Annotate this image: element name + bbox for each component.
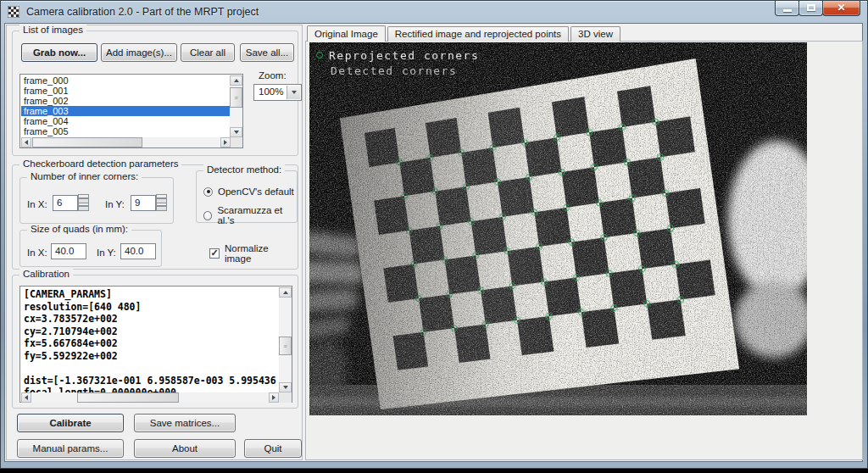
legend-label: Reprojected corners (329, 49, 479, 62)
chevron-down-icon (292, 91, 297, 94)
scroll-right-icon (224, 140, 227, 145)
scroll-up-icon (234, 79, 239, 82)
zoom-label: Zoom: (259, 70, 287, 81)
list-item[interactable]: frame_005 (21, 126, 230, 136)
tab-3d-view[interactable]: 3D view (570, 26, 620, 42)
list-item[interactable]: frame_004 (21, 116, 230, 126)
green-ring-icon (316, 52, 323, 58)
vscroll-thumb[interactable]: ≡ (230, 87, 242, 108)
zoom-combobox[interactable]: 100% (253, 84, 302, 101)
in-y-label: In Y: (105, 199, 125, 209)
radio-icon (203, 211, 212, 220)
list-item[interactable]: frame_002 (21, 96, 230, 106)
combo-dropdown-button[interactable] (287, 86, 300, 99)
scroll-left-icon (25, 395, 28, 400)
corners-y-input[interactable]: 9 (131, 195, 156, 211)
calibration-vscrollbar[interactable]: ≡ (279, 287, 292, 392)
radio-opencv-default[interactable]: OpenCV's default (203, 186, 294, 197)
hscroll-thumb[interactable] (32, 137, 142, 147)
spin-up-icon (79, 198, 88, 199)
spin-down-button[interactable] (78, 203, 89, 212)
save-all-button[interactable]: Save all... (240, 43, 294, 62)
manual-params-button[interactable]: Manual params... (17, 439, 124, 458)
scroll-down-icon (234, 131, 239, 134)
about-button[interactable]: About (134, 439, 236, 458)
spin-down-button[interactable] (156, 203, 167, 212)
maximize-button[interactable] (798, 1, 823, 16)
radio-icon (203, 187, 213, 197)
add-images-button[interactable]: Add image(s)... (101, 43, 177, 62)
group-inner-corners: Number of inner corners: In X: 6 In Y: 9 (19, 177, 174, 224)
right-hand-highlight (735, 281, 807, 358)
in-x-label: In X: (27, 248, 47, 258)
list-item[interactable]: frame_000 (21, 75, 230, 86)
radio-label: Scaramuzza et al.'s (217, 205, 297, 225)
calibration-output[interactable]: [CAMERA_PARAMS] resolution=[640 480] cx=… (19, 286, 292, 403)
tab-label: 3D view (578, 29, 613, 39)
client-area: List of images Grab now... Add image(s).… (4, 23, 863, 462)
hand-finger-shape (309, 314, 351, 342)
minimize-button[interactable] (775, 1, 799, 16)
radio-label: OpenCV's default (218, 186, 294, 197)
save-matrices-button[interactable]: Save matrices... (134, 414, 236, 432)
listbox-vscrollbar[interactable]: ≡ (230, 75, 242, 137)
calibrate-button[interactable]: Calibrate (17, 414, 124, 432)
title-bar[interactable]: Camera calibration 2.0 - Part of the MRP… (1, 1, 867, 23)
tab-label: Rectified image and reprojected points (395, 29, 561, 39)
listbox-hscrollbar[interactable] (21, 137, 231, 147)
camera-image-view: Reprojected corners Detected corners (309, 42, 807, 415)
corners-x-input[interactable]: 6 (53, 195, 78, 211)
group-title: Number of inner corners: (27, 171, 142, 181)
close-button[interactable]: ✕ (822, 1, 860, 16)
spin-down-icon (79, 205, 88, 207)
corners-x-spinner[interactable] (78, 195, 89, 211)
tab-label: Original Image (314, 29, 378, 39)
group-title: Calibration (19, 269, 73, 279)
group-title: Checkerboard detection parameters (19, 159, 181, 169)
grab-now-button[interactable]: Grab now... (21, 43, 97, 62)
group-title: Size of quads (in mm): (27, 224, 131, 234)
group-title: Detector method: (203, 164, 285, 175)
quad-y-input[interactable]: 40.0 (120, 243, 156, 259)
tab-original-image[interactable]: Original Image (307, 25, 386, 42)
image-legend: Reprojected corners Detected corners (316, 47, 479, 78)
image-listbox[interactable]: frame_000frame_001frame_002frame_003fram… (19, 74, 243, 148)
checkbox-label: Normalize image (225, 243, 298, 264)
right-hand-highlight (728, 141, 807, 298)
tab-bar: Original Image Rectified image and repro… (307, 26, 620, 42)
close-icon: ✕ (823, 2, 860, 14)
maximize-icon (807, 4, 815, 11)
group-detection-params: Checkerboard detection parameters Number… (12, 164, 298, 270)
radio-scaramuzza[interactable]: Scaramuzza et al.'s (203, 205, 297, 225)
quad-x-input[interactable]: 40.0 (51, 243, 86, 259)
group-list-of-images: List of images Grab now... Add image(s).… (12, 31, 298, 156)
hscroll-thumb[interactable] (77, 392, 179, 403)
quit-button[interactable]: Quit (244, 439, 302, 458)
scroll-down-icon (283, 386, 288, 389)
list-item[interactable]: frame_001 (21, 86, 230, 96)
legend-reprojected: Reprojected corners (316, 47, 479, 63)
vscroll-thumb[interactable]: ≡ (279, 337, 292, 355)
group-quad-size: Size of quads (in mm): In X: 40.0 In Y: … (19, 230, 162, 267)
window-title: Camera calibration 2.0 - Part of the MRP… (26, 1, 259, 23)
scroll-left-icon (25, 140, 28, 145)
scroll-up-icon (283, 291, 288, 294)
normalize-image-checkbox[interactable]: Normalize image (209, 243, 298, 264)
legend-label: Detected corners (331, 64, 457, 77)
minimize-icon (783, 9, 792, 12)
in-y-label: In Y: (97, 248, 116, 258)
hand-finger-shape (309, 260, 365, 286)
tab-content: Reprojected corners Detected corners (305, 41, 863, 460)
corners-y-spinner[interactable] (156, 195, 167, 211)
calibration-hscrollbar[interactable] (21, 392, 279, 403)
scroll-right-icon (272, 395, 275, 400)
checkerboard-sheet (340, 58, 739, 409)
clear-all-button[interactable]: Clear all (181, 43, 235, 62)
spin-down-icon (157, 205, 166, 207)
image-list: frame_000frame_001frame_002frame_003fram… (21, 75, 230, 137)
tab-rectified-image[interactable]: Rectified image and reprojected points (387, 26, 569, 42)
checkbox-icon (209, 248, 220, 259)
left-panel: List of images Grab now... Add image(s).… (6, 25, 303, 460)
list-item[interactable]: frame_003 (21, 106, 230, 116)
checkerboard-app-icon (8, 6, 19, 18)
